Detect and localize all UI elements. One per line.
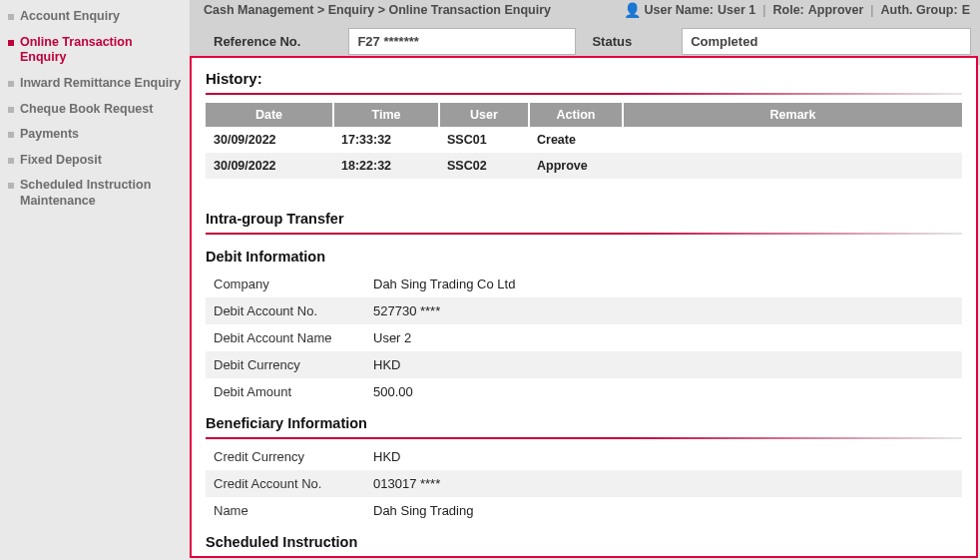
company-label: Company [214, 277, 373, 291]
separator-icon: | [870, 3, 873, 17]
sched-title: Scheduled Instruction [206, 524, 962, 556]
kv-row: Credit Account No. 013017 **** [206, 470, 962, 497]
sidebar-item-label: Account Enquiry [20, 9, 120, 25]
bene-name-label: Name [214, 503, 373, 518]
debit-acct-label: Debit Account No. [214, 303, 373, 318]
sidebar-item-cheque-book-request[interactable]: Cheque Book Request [6, 97, 184, 123]
cell-time: 17:33:32 [333, 127, 439, 153]
debit-acct-value: 527730 **** [373, 303, 440, 318]
sidebar-item-scheduled-instruction-maintenance[interactable]: Scheduled Instruction Maintenance [6, 173, 184, 214]
cell-date: 30/09/2022 [206, 153, 333, 179]
auth-value: E [962, 3, 970, 17]
bullet-icon [8, 40, 14, 46]
company-value: Dah Sing Trading Co Ltd [373, 277, 515, 291]
debit-ccy-value: HKD [373, 357, 400, 372]
kv-row: Debit Amount 500.00 [206, 378, 962, 405]
history-table: Date Time User Action Remark 30/09/2022 … [206, 103, 962, 179]
bullet-icon [8, 107, 14, 113]
debit-info-title: Debit Information [206, 239, 962, 271]
kv-row: Name Dah Sing Trading [206, 497, 962, 524]
section-rule [206, 437, 962, 439]
bullet-icon [8, 81, 14, 87]
cell-user: SSC01 [439, 127, 529, 153]
sidebar-item-label: Payments [20, 127, 79, 143]
sidebar-item-fixed-deposit[interactable]: Fixed Deposit [6, 148, 184, 174]
sidebar-item-label: Scheduled Instruction Maintenance [20, 178, 182, 209]
user-info: 👤 User Name: User 1 | Role: Approver | A… [624, 2, 970, 18]
bullet-icon [8, 14, 14, 20]
sidebar-item-label: Online Transaction Enquiry [20, 35, 182, 66]
col-user: User [439, 103, 529, 127]
credit-acct-value: 013017 **** [373, 476, 440, 491]
kv-row: Debit Currency HKD [206, 351, 962, 378]
breadcrumb: Cash Management > Enquiry > Online Trans… [204, 3, 551, 17]
cell-remark [623, 127, 962, 153]
auth-label: Auth. Group: [881, 3, 958, 17]
topbar: Cash Management > Enquiry > Online Trans… [190, 0, 980, 22]
credit-ccy-label: Credit Currency [214, 449, 373, 464]
section-rule [206, 93, 962, 95]
section-rule [206, 556, 962, 558]
bullet-icon [8, 183, 14, 189]
bullet-icon [8, 158, 14, 164]
detail-panel: History: Date Time User Action Remark [190, 56, 978, 558]
kv-row: Debit Account Name User 2 [206, 324, 962, 351]
sidebar-item-online-transaction-enquiry[interactable]: Online Transaction Enquiry [6, 30, 184, 71]
role-value: Approver [808, 3, 864, 17]
cell-time: 18:22:32 [333, 153, 439, 179]
col-remark: Remark [623, 103, 962, 127]
kv-row: Debit Account No. 527730 **** [206, 297, 962, 324]
sidebar-item-label: Inward Remittance Enquiry [20, 76, 181, 92]
status-label: Status [592, 34, 632, 49]
debit-name-label: Debit Account Name [214, 330, 373, 345]
intra-group-title: Intra-group Transfer [206, 201, 962, 233]
table-row: 30/09/2022 17:33:32 SSC01 Create [206, 127, 962, 153]
reference-field[interactable]: F27 ******* [348, 28, 576, 55]
cell-date: 30/09/2022 [206, 127, 333, 153]
user-icon: 👤 [624, 2, 641, 18]
bene-name-value: Dah Sing Trading [373, 503, 473, 518]
sidebar-item-label: Fixed Deposit [20, 153, 102, 169]
kv-row: Company Dah Sing Trading Co Ltd [206, 271, 962, 297]
sidebar: Account Enquiry Online Transaction Enqui… [0, 0, 190, 560]
credit-ccy-value: HKD [373, 449, 400, 464]
cell-action: Approve [529, 153, 623, 179]
table-header-row: Date Time User Action Remark [206, 103, 962, 127]
history-title: History: [206, 66, 962, 93]
kv-row: Credit Currency HKD [206, 443, 962, 470]
reference-label: Reference No. [214, 34, 300, 49]
role-label: Role: [773, 3, 804, 17]
cell-remark [623, 153, 962, 179]
separator-icon: | [762, 3, 765, 17]
user-label: User Name: [645, 3, 714, 17]
col-time: Time [333, 103, 439, 127]
debit-amt-value: 500.00 [373, 384, 413, 399]
col-action: Action [529, 103, 623, 127]
debit-ccy-label: Debit Currency [214, 357, 373, 372]
sidebar-item-inward-remittance-enquiry[interactable]: Inward Remittance Enquiry [6, 71, 184, 97]
sidebar-item-label: Cheque Book Request [20, 102, 153, 118]
app-root: Account Enquiry Online Transaction Enqui… [0, 0, 980, 560]
sidebar-item-payments[interactable]: Payments [6, 122, 184, 148]
bene-info-title: Beneficiary Information [206, 405, 962, 437]
main: Cash Management > Enquiry > Online Trans… [190, 0, 980, 560]
table-row: 30/09/2022 18:22:32 SSC02 Approve [206, 153, 962, 179]
section-rule [206, 233, 962, 235]
col-date: Date [206, 103, 333, 127]
cell-user: SSC02 [439, 153, 529, 179]
user-value: User 1 [718, 3, 755, 17]
panel-inner: History: Date Time User Action Remark [192, 58, 976, 558]
sidebar-item-account-enquiry[interactable]: Account Enquiry [6, 4, 184, 30]
status-field[interactable]: Completed [682, 28, 971, 55]
debit-name-value: User 2 [373, 330, 411, 345]
credit-acct-label: Credit Account No. [214, 476, 373, 491]
cell-action: Create [529, 127, 623, 153]
debit-amt-label: Debit Amount [214, 384, 373, 399]
bullet-icon [8, 132, 14, 138]
